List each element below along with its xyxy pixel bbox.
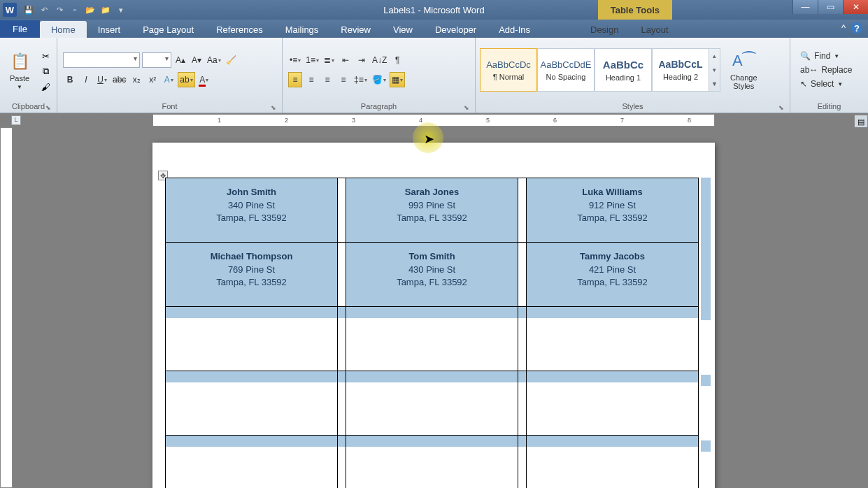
label-cell[interactable]: Tom Smith430 Pine StTampa, FL 33592 [346,243,518,307]
tab-pagelayout[interactable]: Page Layout [131,21,205,38]
window-title: Labels1 - Microsoft Word [383,5,484,15]
label-table[interactable]: John Smith340 Pine StTampa, FL 33592 Sar… [165,178,699,488]
styles-label: Styles [622,102,643,110]
label-cell[interactable] [527,436,699,489]
style-heading2[interactable]: AaBbCcLHeading 2 [652,48,709,92]
numbering-button[interactable]: 1≡ [304,52,320,68]
align-center-button[interactable]: ≡ [304,72,318,87]
label-cell[interactable]: Luka Williams912 Pine StTampa, FL 33592 [527,178,699,243]
grow-font-button[interactable]: A▴ [173,52,187,68]
undo-icon[interactable]: ↶ [38,3,50,16]
minimize-ribbon-icon[interactable]: ^ [841,22,846,34]
superscript-button[interactable]: x² [145,72,159,87]
select-button[interactable]: ↖Select ▼ [797,78,855,90]
tab-file[interactable]: File [0,20,40,38]
font-color-button[interactable]: A [197,72,211,87]
subscript-button[interactable]: x₂ [129,72,143,87]
line-spacing-button[interactable]: ‡≡ [353,72,369,87]
minimize-button[interactable]: — [792,0,818,14]
style-nospacing[interactable]: AaBbCcDdENo Spacing [537,48,595,92]
selection-overflow [701,178,711,309]
label-cell[interactable] [346,371,518,436]
italic-button[interactable]: I [79,72,93,87]
tab-selector[interactable]: L [11,115,21,125]
tab-home[interactable]: Home [40,21,87,38]
label-cell[interactable] [527,307,699,371]
styles-launcher-icon[interactable]: ⬊ [778,104,784,111]
bold-button[interactable]: B [63,72,77,87]
paragraph-launcher-icon[interactable]: ⬊ [464,104,469,111]
close-button[interactable]: ✕ [843,0,868,14]
tab-insert[interactable]: Insert [87,21,132,38]
redo-icon[interactable]: ↷ [53,3,66,16]
help-icon[interactable]: ? [851,22,862,34]
label-cell[interactable] [166,436,338,489]
window-controls: — ▭ ✕ [792,0,868,14]
ruler-area: L 1 2 3 4 5 6 7 8 [0,113,868,127]
tab-review[interactable]: Review [329,21,382,38]
shading-button[interactable]: 🪣 [371,72,387,87]
font-size-combo[interactable] [142,52,171,68]
replace-icon: ab↔ [800,65,818,75]
tab-developer[interactable]: Developer [424,21,488,38]
borders-button[interactable]: ▦ [390,72,405,87]
copy-icon[interactable]: ⧉ [39,65,52,78]
underline-button[interactable]: U [95,72,109,87]
clipboard-launcher-icon[interactable]: ⬊ [45,104,51,111]
new-icon[interactable]: ▫ [69,3,81,16]
align-right-button[interactable]: ≡ [320,72,334,87]
tab-view[interactable]: View [382,21,424,38]
label-cell[interactable]: Tammy Jacobs421 Pine StTampa, FL 33592 [527,243,699,307]
paragraph-label: Paragraph [361,102,397,110]
font-name-combo[interactable] [63,52,140,68]
vertical-ruler[interactable] [0,127,13,488]
justify-button[interactable]: ≡ [336,72,350,87]
save-icon[interactable]: 💾 [22,3,35,16]
format-painter-icon[interactable]: 🖌 [39,80,52,93]
paste-button[interactable]: 📋 Paste ▼ [4,49,35,92]
strike-button[interactable]: abc [111,72,127,87]
ruler-toggle-icon[interactable]: ▤ [854,115,868,129]
label-cell[interactable] [527,371,699,436]
label-cell[interactable]: John Smith340 Pine StTampa, FL 33592 [166,178,338,243]
find-button[interactable]: 🔍Find ▼ [797,50,855,62]
tab-addins[interactable]: Add-Ins [488,21,541,38]
change-case-button[interactable]: Aa [206,52,222,68]
align-left-button[interactable]: ≡ [288,72,302,87]
styles-gallery-more[interactable]: ▴▾▼ [709,48,720,92]
bullets-button[interactable]: •≡ [288,52,302,68]
gutter-cell [518,243,527,307]
label-cell[interactable]: Sarah Jones993 Pine StTampa, FL 33592 [346,178,518,243]
change-styles-button[interactable]: A⁀ Change Styles [726,48,762,92]
open2-icon[interactable]: 📁 [99,3,112,16]
tab-design[interactable]: Design [579,21,629,38]
show-marks-button[interactable]: ¶ [390,52,404,68]
tab-mailings[interactable]: Mailings [274,21,330,38]
shrink-font-button[interactable]: A▾ [190,52,204,68]
label-cell[interactable] [346,307,518,371]
text-effects-button[interactable]: A [162,72,176,87]
style-normal[interactable]: AaBbCcDc¶ Normal [480,48,537,92]
maximize-button[interactable]: ▭ [818,0,843,14]
sort-button[interactable]: A↓Z [371,52,388,68]
tab-references[interactable]: References [205,21,273,38]
label-cell[interactable] [346,436,518,489]
style-heading1[interactable]: AaBbCcHeading 1 [595,48,652,92]
group-paragraph: •≡ 1≡ ≣ ⇤ ⇥ A↓Z ¶ ≡ ≡ ≡ ≡ ‡≡ 🪣 ▦ Paragra… [283,38,476,113]
highlight-button[interactable]: ab [178,72,194,87]
replace-button[interactable]: ab↔Replace [797,64,855,76]
paste-icon: 📋 [8,50,31,73]
clear-format-button[interactable]: 🧹 [225,52,239,68]
font-launcher-icon[interactable]: ⬊ [271,104,276,111]
inc-indent-button[interactable]: ⇥ [355,52,369,68]
tab-layout[interactable]: Layout [629,21,679,38]
horizontal-ruler[interactable]: 1 2 3 4 5 6 7 8 [152,114,715,127]
multilevel-button[interactable]: ≣ [322,52,336,68]
label-cell[interactable] [166,307,338,371]
qat-more-icon[interactable]: ▾ [115,3,127,16]
dec-indent-button[interactable]: ⇤ [339,52,353,68]
label-cell[interactable] [166,371,338,436]
open-icon[interactable]: 📂 [84,3,97,16]
label-cell[interactable]: Michael Thompson769 Pine StTampa, FL 335… [166,243,338,307]
cut-icon[interactable]: ✂ [39,50,52,62]
